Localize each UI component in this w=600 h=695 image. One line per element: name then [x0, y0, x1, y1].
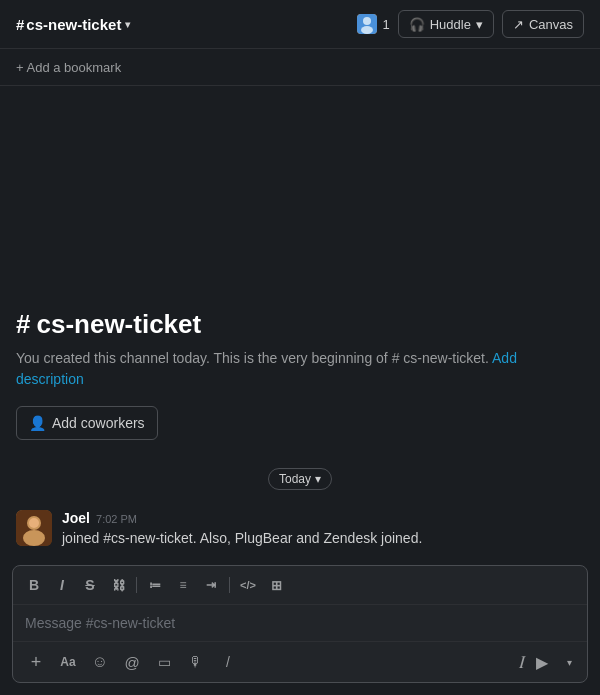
italic-button[interactable]: I [49, 572, 75, 598]
add-coworkers-label: Add coworkers [52, 415, 145, 431]
strikethrough-icon: S [85, 577, 94, 593]
channel-intro: # cs-new-ticket You created this channel… [0, 285, 600, 456]
channel-name: cs-new-ticket [26, 16, 121, 33]
message-header: Joel 7:02 PM [62, 510, 422, 526]
intro-channel-name: cs-new-ticket [36, 309, 201, 340]
add-bookmark-label: + Add a bookmark [16, 60, 121, 75]
ordered-list-icon: ≔ [149, 578, 161, 592]
compose-placeholder: Message #cs-new-ticket [25, 615, 175, 631]
italic-icon: I [60, 577, 64, 593]
add-bookmark-button[interactable]: + Add a bookmark [16, 60, 121, 75]
unordered-list-icon: ≡ [179, 578, 186, 592]
cursor-icon: 𝐼 [519, 652, 525, 673]
send-button[interactable]: ▶ [527, 647, 557, 677]
send-icon: ▶ [536, 653, 548, 672]
compose-toolbar: B I S ⛓ ≔ ≡ ⇥ </> [13, 566, 587, 605]
link-button[interactable]: ⛓ [105, 572, 131, 598]
channel-title[interactable]: # cs-new-ticket ▾ [16, 16, 130, 33]
canvas-icon: ↗ [513, 17, 524, 32]
slash-icon: / [226, 654, 230, 670]
font-button[interactable]: Aa [53, 647, 83, 677]
svg-point-2 [361, 26, 373, 34]
bold-button[interactable]: B [21, 572, 47, 598]
compose-footer: + Aa ☺ @ ▭ 🎙 / [13, 641, 587, 682]
huddle-chevron-icon: ▾ [476, 17, 483, 32]
toolbar-separator [136, 577, 137, 593]
video-icon: ▭ [158, 654, 171, 670]
add-coworkers-icon: 👤 [29, 415, 46, 431]
message-row: Joel 7:02 PM joined #cs-new-ticket. Also… [0, 502, 600, 557]
avatar [357, 14, 377, 34]
mic-icon: 🎙 [189, 654, 203, 670]
header-right: 1 🎧 Huddle ▾ ↗ Canvas [357, 10, 584, 38]
send-dropdown-button[interactable]: ▾ [559, 647, 579, 677]
compose-footer-right: 𝐼 ▶ ▾ [519, 647, 579, 677]
compose-footer-left: + Aa ☺ @ ▭ 🎙 / [21, 647, 243, 677]
members-count: 1 [382, 17, 389, 32]
message-text: joined #cs-new-ticket. Also, PlugBear an… [62, 529, 422, 549]
font-icon: Aa [60, 655, 75, 669]
channel-intro-desc-text: You created this channel today. This is … [16, 350, 489, 366]
members-button[interactable]: 1 [357, 14, 389, 34]
indent-button[interactable]: ⇥ [198, 572, 224, 598]
code-icon: </> [240, 579, 256, 591]
video-button[interactable]: ▭ [149, 647, 179, 677]
canvas-button[interactable]: ↗ Canvas [502, 10, 584, 38]
strikethrough-button[interactable]: S [77, 572, 103, 598]
message-input[interactable]: Message #cs-new-ticket [13, 605, 587, 641]
ordered-list-button[interactable]: ≔ [142, 572, 168, 598]
mic-button[interactable]: 🎙 [181, 647, 211, 677]
message-time: 7:02 PM [96, 513, 137, 525]
avatar-image [16, 510, 52, 546]
unordered-list-button[interactable]: ≡ [170, 572, 196, 598]
intro-hash-icon: # [16, 309, 30, 340]
avatar [16, 510, 52, 546]
send-dropdown-icon: ▾ [567, 657, 572, 668]
slash-command-button[interactable]: / [213, 647, 243, 677]
today-pill[interactable]: Today ▾ [268, 468, 332, 490]
emoji-button[interactable]: ☺ [85, 647, 115, 677]
compose-box: B I S ⛓ ≔ ≡ ⇥ </> [12, 565, 588, 683]
channel-chevron-icon: ▾ [125, 19, 130, 30]
bookmark-bar: + Add a bookmark [0, 49, 600, 86]
huddle-label: Huddle [430, 17, 471, 32]
more-formatting-icon: ⊞ [271, 578, 282, 593]
message-content: Joel 7:02 PM joined #cs-new-ticket. Also… [62, 510, 422, 549]
today-chevron-icon: ▾ [315, 472, 321, 486]
svg-point-5 [23, 530, 45, 546]
code-button[interactable]: </> [235, 572, 261, 598]
header: # cs-new-ticket ▾ 1 🎧 Huddle ▾ ↗ Canvas [0, 0, 600, 49]
huddle-button[interactable]: 🎧 Huddle ▾ [398, 10, 494, 38]
channel-intro-title: # cs-new-ticket [16, 309, 584, 340]
more-formatting-button[interactable]: ⊞ [263, 572, 289, 598]
header-left: # cs-new-ticket ▾ [16, 16, 130, 33]
channel-intro-description: You created this channel today. This is … [16, 348, 584, 390]
mention-icon: @ [124, 654, 139, 671]
today-label: Today [279, 472, 311, 486]
emoji-icon: ☺ [92, 653, 108, 671]
svg-point-6 [29, 518, 39, 528]
add-coworkers-button[interactable]: 👤 Add coworkers [16, 406, 158, 440]
mention-button[interactable]: @ [117, 647, 147, 677]
canvas-label: Canvas [529, 17, 573, 32]
main-content: # cs-new-ticket You created this channel… [0, 86, 600, 557]
plus-icon: + [31, 652, 42, 673]
attach-button[interactable]: + [21, 647, 51, 677]
compose-wrapper: B I S ⛓ ≔ ≡ ⇥ </> [0, 557, 600, 695]
toolbar-separator-2 [229, 577, 230, 593]
svg-point-1 [363, 17, 371, 25]
channel-hash-icon: # [16, 16, 24, 33]
indent-icon: ⇥ [206, 578, 216, 592]
day-divider: Today ▾ [0, 456, 600, 502]
bold-icon: B [29, 577, 39, 593]
message-username: Joel [62, 510, 90, 526]
link-icon: ⛓ [112, 578, 125, 593]
huddle-icon: 🎧 [409, 17, 425, 32]
